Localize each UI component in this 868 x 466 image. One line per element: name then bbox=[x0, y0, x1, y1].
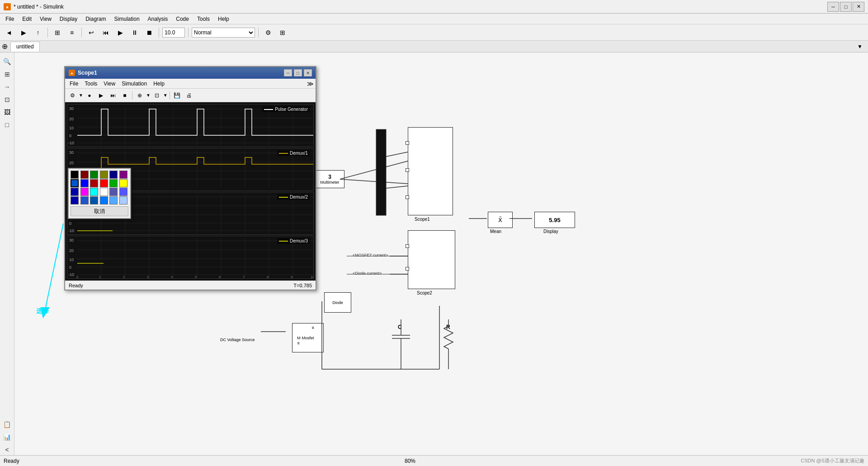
color-cell-dark-red[interactable] bbox=[80, 171, 89, 179]
scope-tb-play[interactable]: ▶ bbox=[96, 90, 107, 100]
scope-restore[interactable]: □ bbox=[294, 69, 302, 76]
color-cell-dark-green[interactable] bbox=[90, 171, 98, 179]
scope-menu-view[interactable]: View bbox=[101, 80, 118, 88]
color-cell-magenta[interactable] bbox=[80, 188, 89, 196]
toolbar-btn-1[interactable]: ◄ bbox=[3, 27, 15, 38]
sim-time-input[interactable] bbox=[162, 28, 185, 38]
color-cell-blue7[interactable] bbox=[90, 196, 98, 204]
toolbar-undo[interactable]: ↩ bbox=[85, 27, 98, 38]
toolbar-grid[interactable]: ⊞ bbox=[276, 27, 289, 38]
tab-menu-btn[interactable]: ▼ bbox=[857, 43, 866, 50]
color-cell-purple[interactable] bbox=[119, 171, 127, 179]
color-cell-white[interactable] bbox=[100, 188, 108, 196]
color-cell-red[interactable] bbox=[100, 179, 108, 187]
toolbar-step-back[interactable]: ⏮ bbox=[99, 27, 112, 38]
scope-menu-help[interactable]: Help bbox=[151, 80, 167, 88]
toolbar-stop[interactable]: ⏹ bbox=[143, 27, 156, 38]
scope-close[interactable]: ✕ bbox=[304, 69, 312, 76]
menu-edit[interactable]: Edit bbox=[19, 15, 35, 23]
scope-tb-settings[interactable]: ⚙ bbox=[67, 90, 78, 100]
color-cell-red-dark[interactable] bbox=[90, 179, 98, 187]
zoom-in-icon[interactable]: 🔍 bbox=[2, 56, 13, 67]
toolbar: ◄ ▶ ↑ ⊞ ≡ ↩ ⏮ ▶ ⏸ ⏹ Normal Accelerator R… bbox=[0, 24, 868, 41]
menu-display[interactable]: Display bbox=[56, 15, 81, 23]
color-cell-blue5[interactable] bbox=[71, 196, 79, 204]
new-tab-btn[interactable]: ⊕ bbox=[2, 42, 8, 51]
display-block[interactable]: 5.95 bbox=[534, 212, 575, 228]
color-cell-cyan[interactable] bbox=[90, 188, 98, 196]
scope-collapse-btn[interactable]: ≫ bbox=[307, 80, 314, 87]
multimeter-block[interactable]: 3 Multimeter bbox=[315, 170, 344, 188]
menu-analysis[interactable]: Analysis bbox=[144, 15, 172, 23]
scope-tb-step[interactable]: ⏭ bbox=[108, 90, 118, 100]
menu-tools[interactable]: Tools bbox=[193, 15, 213, 23]
scope-menu-simulation[interactable]: Simulation bbox=[119, 80, 150, 88]
scope-tb-autoscale[interactable]: ⊡ bbox=[151, 90, 162, 100]
color-cell-green[interactable] bbox=[109, 179, 118, 187]
title-bar: ▲ * untitled * - Simulink ─ □ ✕ bbox=[0, 0, 868, 14]
color-cell-blue6[interactable] bbox=[80, 196, 89, 204]
sidebar-icon-bottom-2[interactable]: 📊 bbox=[2, 432, 13, 442]
maximize-button[interactable]: □ bbox=[840, 2, 852, 12]
toolbar-debug[interactable]: ⚙ bbox=[262, 27, 274, 38]
color-picker-cancel[interactable]: 取消 bbox=[71, 206, 128, 216]
svg-text:1: 1 bbox=[99, 275, 101, 279]
scope-tb-stop[interactable]: ■ bbox=[119, 90, 130, 100]
menu-view[interactable]: View bbox=[36, 15, 55, 23]
sidebar-icon-2[interactable]: ⊞ bbox=[2, 69, 13, 80]
close-button[interactable]: ✕ bbox=[853, 2, 864, 12]
color-picker-popup: 取消 bbox=[68, 168, 131, 219]
plot-legend-2 bbox=[279, 153, 288, 154]
color-cell-light-blue[interactable] bbox=[109, 196, 118, 204]
scope2-block[interactable] bbox=[408, 230, 455, 289]
app-icon: ▲ bbox=[4, 3, 11, 10]
color-cell-yellow[interactable] bbox=[119, 179, 127, 187]
menu-simulation[interactable]: Simulation bbox=[111, 15, 143, 23]
toolbar-btn-3[interactable]: ↑ bbox=[32, 27, 44, 38]
mean-block[interactable]: X̄ bbox=[488, 212, 513, 228]
color-cell-black[interactable] bbox=[71, 171, 79, 179]
toolbar-btn-4[interactable]: ⊞ bbox=[51, 27, 64, 38]
scope-tb-print[interactable]: 🖨 bbox=[184, 90, 194, 100]
color-cell-blue3[interactable] bbox=[109, 188, 118, 196]
sim-mode-select[interactable]: Normal Accelerator Rapid Accelerator bbox=[192, 28, 255, 38]
scope-tb-save[interactable]: 💾 bbox=[172, 90, 183, 100]
scope-menu-file[interactable]: File bbox=[67, 80, 81, 88]
color-cell-blue8[interactable] bbox=[100, 196, 108, 204]
color-cell-blue[interactable] bbox=[80, 179, 89, 187]
color-cell-olive[interactable] bbox=[100, 171, 108, 179]
color-cell-blue2[interactable] bbox=[71, 188, 79, 196]
color-cell-blue-selected[interactable] bbox=[71, 179, 79, 187]
sidebar-icon-3[interactable]: → bbox=[2, 81, 13, 92]
scope-menu-tools[interactable]: Tools bbox=[82, 80, 100, 88]
scope-tb-pause[interactable]: ● bbox=[84, 90, 95, 100]
toolbar-btn-2[interactable]: ▶ bbox=[17, 27, 30, 38]
sidebar-icon-bottom-3[interactable]: < bbox=[2, 444, 13, 455]
svg-text:6: 6 bbox=[219, 275, 221, 279]
scope-title: Scope1 bbox=[78, 70, 97, 76]
tab-untitled[interactable]: untitled bbox=[10, 42, 40, 52]
sidebar-icon-5[interactable]: 🖼 bbox=[2, 107, 13, 118]
menu-diagram[interactable]: Diagram bbox=[82, 15, 109, 23]
scope-tb-zoom[interactable]: ⊕ bbox=[134, 90, 145, 100]
display-label: Display bbox=[543, 229, 558, 234]
menu-help[interactable]: Help bbox=[214, 15, 233, 23]
toolbar-play[interactable]: ▶ bbox=[114, 27, 127, 38]
sidebar-icon-6[interactable]: □ bbox=[2, 119, 13, 130]
menu-file[interactable]: File bbox=[2, 15, 18, 23]
color-cell-blue4[interactable] bbox=[119, 188, 127, 196]
diode-block[interactable]: Diode bbox=[324, 292, 351, 313]
menu-code[interactable]: Code bbox=[172, 15, 193, 23]
sidebar-icon-4[interactable]: ⊡ bbox=[2, 94, 13, 105]
sidebar-icon-bottom-1[interactable]: 📋 bbox=[2, 419, 13, 430]
minimize-button[interactable]: ─ bbox=[827, 2, 839, 12]
toolbar-pause[interactable]: ⏸ bbox=[128, 27, 141, 38]
color-cell-navy[interactable] bbox=[109, 171, 118, 179]
plot-legend-4 bbox=[279, 241, 288, 242]
svg-line-4 bbox=[386, 186, 408, 188]
toolbar-btn-5[interactable]: ≡ bbox=[66, 27, 78, 38]
mosfet-inner-label: M bbox=[297, 336, 301, 340]
scope1-block[interactable] bbox=[408, 127, 453, 215]
color-cell-lighter-blue[interactable] bbox=[119, 196, 127, 204]
scope-minimize[interactable]: ─ bbox=[284, 69, 292, 76]
